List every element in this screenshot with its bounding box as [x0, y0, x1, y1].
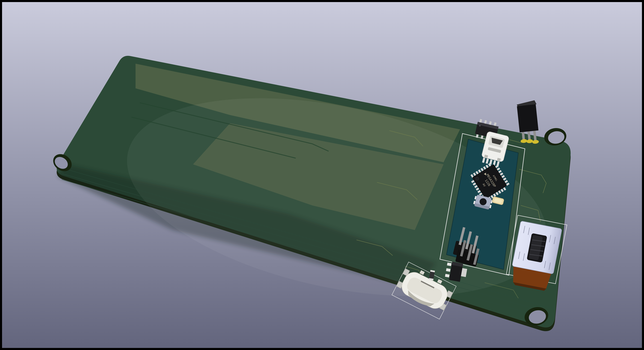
pcb-3d-render-viewport[interactable]: ATMEL MEGA328P 1226 AV: [0, 0, 644, 350]
